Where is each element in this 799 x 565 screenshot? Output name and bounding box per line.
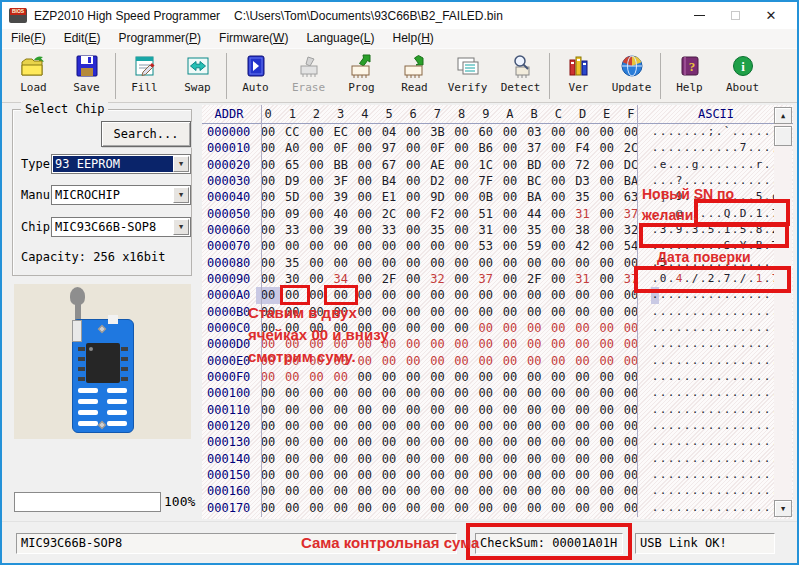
hex-byte[interactable]: 00 [353,206,377,222]
manu-dropdown[interactable]: MICROCHIP ▼ [51,185,191,205]
hex-byte[interactable]: AE [425,157,449,173]
hex-byte[interactable]: 00 [256,467,280,483]
hex-byte[interactable]: 00 [377,255,401,271]
ascii-cell[interactable]: .......;.`...... [651,124,779,140]
hex-byte[interactable]: 00 [546,500,570,516]
hex-byte[interactable]: 00 [450,271,474,287]
hex-byte[interactable]: 32 [425,271,449,287]
hex-byte[interactable]: 00 [619,467,643,483]
hex-byte[interactable]: 00 [256,369,280,385]
hex-byte[interactable]: 00 [425,402,449,418]
hex-byte[interactable]: 00 [595,157,619,173]
hex-byte[interactable]: 00 [522,483,546,499]
hex-byte[interactable]: 00 [619,353,643,369]
hex-byte[interactable]: F4 [570,140,594,156]
hex-byte[interactable]: 00 [546,124,570,140]
hex-byte[interactable]: 00 [425,238,449,254]
hex-byte[interactable]: BB [329,157,353,173]
hex-byte[interactable]: 33 [377,222,401,238]
hex-byte[interactable]: 00 [304,124,328,140]
hex-byte[interactable]: 00 [329,451,353,467]
hex-byte[interactable]: 00 [450,124,474,140]
hex-byte[interactable]: 00 [474,434,498,450]
hex-byte[interactable]: 00 [353,483,377,499]
hex-byte[interactable]: 00 [304,467,328,483]
ascii-cell[interactable]: ...........7..., [651,140,779,156]
hex-byte[interactable]: 00 [619,320,643,336]
hex-byte[interactable]: 00 [280,483,304,499]
hex-byte[interactable]: 00 [425,434,449,450]
ascii-cell[interactable]: ................ [651,304,779,320]
scroll-down-button[interactable]: ▼ [774,500,792,517]
hex-byte[interactable]: 39 [329,189,353,205]
hex-byte[interactable]: 00 [595,271,619,287]
hex-byte[interactable]: 00 [280,385,304,401]
hex-byte[interactable]: 2C [619,140,643,156]
hex-byte[interactable]: 00 [498,434,522,450]
hex-byte[interactable]: 00 [353,418,377,434]
hex-byte[interactable]: 00 [280,434,304,450]
hex-byte[interactable]: EC [329,124,353,140]
detect-button[interactable]: Detect [494,51,547,101]
hex-byte[interactable]: 04 [377,124,401,140]
hex-byte[interactable]: 2F [522,271,546,287]
hex-byte[interactable]: 00 [595,451,619,467]
hex-byte[interactable]: 00 [619,402,643,418]
hex-byte[interactable]: 00 [522,500,546,516]
hex-byte[interactable]: 0F [425,140,449,156]
hex-byte[interactable]: 00 [546,189,570,205]
hex-byte[interactable]: 00 [595,206,619,222]
hex-byte[interactable]: 00 [570,336,594,352]
hex-byte[interactable]: BA [522,189,546,205]
hex-byte[interactable]: 00 [595,353,619,369]
hex-byte[interactable]: 00 [329,238,353,254]
save-button[interactable]: Save [60,51,113,101]
hex-byte[interactable]: 00 [450,500,474,516]
hex-byte[interactable]: 00 [546,385,570,401]
hex-byte[interactable]: 00 [329,500,353,516]
hex-byte[interactable]: 00 [450,402,474,418]
menu-edit[interactable]: Edit(E) [55,29,110,48]
hex-byte[interactable]: 00 [353,255,377,271]
hex-byte[interactable]: 00 [401,157,425,173]
hex-byte[interactable]: 00 [522,467,546,483]
maximize-button[interactable] [717,2,753,29]
hex-byte[interactable]: 00 [450,157,474,173]
hex-byte[interactable]: 00 [522,451,546,467]
hex-byte[interactable]: 00 [377,500,401,516]
hex-byte[interactable]: 00 [546,140,570,156]
hex-byte[interactable]: 00 [570,402,594,418]
hex-byte[interactable]: 00 [570,418,594,434]
read-button[interactable]: Read [388,51,441,101]
hex-byte[interactable]: 1C [474,157,498,173]
hex-byte[interactable]: 00 [546,173,570,189]
hex-byte[interactable]: 00 [498,238,522,254]
auto-button[interactable]: Auto [229,51,282,101]
hex-byte[interactable]: 00 [450,467,474,483]
hex-byte[interactable]: 00 [619,385,643,401]
verify-button[interactable]: Verify [441,51,494,101]
ascii-cell[interactable]: ................ [651,467,779,483]
hex-byte[interactable]: 33 [280,222,304,238]
hex-byte[interactable]: 00 [304,402,328,418]
hex-byte[interactable]: 00 [401,222,425,238]
ascii-cell[interactable]: ................ [651,385,779,401]
hex-byte[interactable]: 00 [570,369,594,385]
hex-byte[interactable]: 00 [450,385,474,401]
hex-byte[interactable]: 00 [256,385,280,401]
type-dropdown[interactable]: 93 EEPROM ▼ [51,154,191,174]
hex-byte[interactable]: 00 [595,255,619,271]
hex-byte[interactable]: 00 [304,189,328,205]
hex-byte[interactable]: 00 [329,385,353,401]
hex-byte[interactable]: 00 [256,255,280,271]
hex-byte[interactable]: 00 [498,336,522,352]
hex-byte[interactable]: D9 [280,173,304,189]
manu-dropdown-button[interactable]: ▼ [173,187,189,203]
hex-byte[interactable]: 00 [353,402,377,418]
hex-byte[interactable]: 00 [474,451,498,467]
hex-byte[interactable]: 00 [450,173,474,189]
hex-byte[interactable]: 00 [522,304,546,320]
update-button[interactable]: Update [605,51,658,101]
hex-byte[interactable]: 00 [304,255,328,271]
hex-byte[interactable]: 00 [450,206,474,222]
